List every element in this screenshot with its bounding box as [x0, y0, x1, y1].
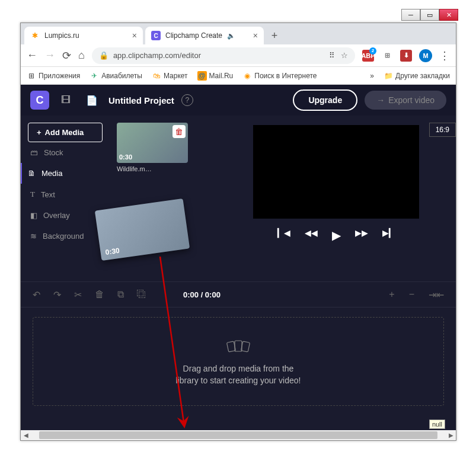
duplicate-button[interactable]: ⿻: [137, 289, 146, 300]
close-window-button[interactable]: ✕: [439, 9, 458, 21]
sidebar-item-media[interactable]: 🗎 Media: [21, 163, 103, 184]
url-text: app.clipchamp.com/editor: [113, 51, 201, 60]
bookmarks-bar: ⊞ Приложения ✈ Авиабилеты 🛍 Маркет @ Mai…: [21, 67, 456, 85]
cart-icon: 🛍: [152, 71, 161, 81]
skip-start-button[interactable]: ▎◀: [277, 228, 290, 242]
minimize-button[interactable]: ─: [401, 9, 420, 21]
stock-icon: 🗃: [30, 148, 38, 157]
menu-button[interactable]: ⋮: [439, 49, 450, 62]
dropzone-text-2: library to start creating your video!: [176, 376, 301, 385]
bookmark-mailru[interactable]: @ Mail.Ru: [197, 71, 234, 81]
home-button[interactable]: ⌂: [78, 49, 85, 62]
overlay-icon: ◧: [30, 211, 37, 220]
playback-controls: ▎◀ ◀◀ ▶ ▶▶ ▶▎: [223, 228, 449, 242]
sidebar-item-text[interactable]: T Text: [28, 184, 103, 205]
back-button[interactable]: ←: [27, 49, 37, 62]
tab-label: Lumpics.ru: [44, 31, 79, 40]
timeline-toolbar: ↶ ↷ ✂ 🗑 ⧉ ⿻ 0:00 / 0:00 + − ⇥⇤: [21, 281, 456, 308]
bookmark-flights[interactable]: ✈ Авиабилеты: [90, 71, 142, 81]
scroll-thumb[interactable]: [39, 431, 437, 439]
horizontal-scrollbar[interactable]: ◀ ▶: [21, 430, 456, 440]
new-tab-button[interactable]: +: [266, 27, 283, 44]
plus-icon: +: [37, 128, 41, 137]
timeline-dropzone[interactable]: Drag and drop media from the library to …: [33, 317, 444, 406]
tab-clipchamp[interactable]: C Clipchamp Create 🔈 ×: [145, 27, 264, 44]
adblock-extension[interactable]: ABP: [362, 50, 374, 62]
zoom-in-button[interactable]: +: [389, 289, 394, 300]
help-button[interactable]: ?: [181, 94, 193, 106]
media-icon: 🗎: [28, 169, 36, 178]
media-filename: Wildlife.m…: [117, 165, 209, 172]
plane-icon: ✈: [90, 71, 99, 81]
duration-label: 0:30: [119, 153, 132, 161]
favicon-icon: C: [151, 31, 161, 40]
translate-icon[interactable]: ⠿: [329, 51, 335, 60]
app-header: C 🎞 📄 Untitled Project ? Upgrade → Expor…: [21, 85, 456, 116]
media-library: 🗑 0:30 Wildlife.m… 0:30: [110, 116, 216, 281]
delete-button[interactable]: 🗑: [95, 289, 104, 300]
svg-rect-0: [226, 341, 235, 351]
copy-button[interactable]: ⧉: [117, 289, 124, 300]
close-tab-icon[interactable]: ×: [132, 31, 137, 40]
delete-media-button[interactable]: 🗑: [172, 125, 186, 138]
bookmarks-overflow[interactable]: »: [370, 72, 374, 80]
bookmark-market[interactable]: 🛍 Маркет: [152, 71, 188, 81]
lock-icon: 🔒: [99, 51, 108, 60]
document-icon[interactable]: 📄: [82, 91, 101, 110]
scroll-left-button[interactable]: ◀: [21, 430, 31, 440]
profile-avatar[interactable]: M: [419, 49, 432, 62]
close-tab-icon[interactable]: ×: [253, 31, 258, 40]
redo-button[interactable]: ↷: [53, 289, 61, 300]
star-icon[interactable]: ☆: [341, 51, 348, 60]
media-cards-icon: [226, 338, 250, 357]
rewind-button[interactable]: ◀◀: [305, 228, 318, 242]
duration-label: 0:30: [105, 246, 120, 257]
mail-icon: @: [197, 71, 207, 81]
svg-rect-2: [241, 341, 250, 351]
scroll-right-button[interactable]: ▶: [446, 430, 456, 440]
fit-button[interactable]: ⇥⇤: [429, 289, 444, 300]
browser-tabs: ✱ Lumpics.ru × C Clipchamp Create 🔈 × +: [21, 23, 456, 44]
other-bookmarks[interactable]: 📁 Другие закладки: [384, 71, 450, 81]
null-tooltip: null: [429, 419, 445, 429]
forward-button[interactable]: ▶▶: [355, 228, 368, 242]
layers-icon: ≋: [30, 232, 37, 241]
clipchamp-logo[interactable]: C: [30, 91, 49, 110]
browser-toolbar: ← → ⟳ ⌂ 🔒 app.clipchamp.com/editor ⠿ ☆ A…: [21, 44, 456, 67]
project-title[interactable]: Untitled Project: [108, 95, 174, 105]
cut-button[interactable]: ✂: [74, 289, 82, 300]
sidebar-item-overlay[interactable]: ◧ Overlay: [28, 205, 103, 226]
maximize-button[interactable]: ▭: [420, 9, 439, 21]
add-media-button[interactable]: + Add Media: [28, 123, 103, 142]
apps-bookmark[interactable]: ⊞ Приложения: [27, 71, 80, 81]
bookmark-search[interactable]: ◉ Поиск в Интернете: [242, 71, 317, 81]
dropzone-text-1: Drag and drop media from the: [183, 364, 294, 373]
sidebar: + Add Media 🗃 Stock 🗎 Media T Text ◧: [21, 116, 110, 281]
text-icon: T: [30, 190, 35, 199]
sidebar-item-stock[interactable]: 🗃 Stock: [28, 142, 103, 163]
tab-label: Clipchamp Create: [165, 31, 222, 40]
scroll-track[interactable]: [31, 430, 446, 440]
undo-button[interactable]: ↶: [33, 289, 40, 300]
preview-panel: 16:9 ▎◀ ◀◀ ▶ ▶▶ ▶▎: [216, 116, 456, 281]
pdf-extension[interactable]: ⬇: [400, 50, 412, 62]
forward-button[interactable]: →: [44, 49, 55, 62]
extension-icon[interactable]: ⊞: [381, 50, 393, 62]
aspect-ratio-button[interactable]: 16:9: [429, 123, 456, 137]
tab-lumpics[interactable]: ✱ Lumpics.ru ×: [24, 27, 143, 44]
media-thumbnail[interactable]: 🗑 0:30: [117, 123, 188, 163]
favicon-icon: ✱: [30, 31, 40, 40]
export-button[interactable]: → Export video: [365, 91, 446, 110]
video-preview[interactable]: [253, 125, 419, 219]
clipchamp-app: C 🎞 📄 Untitled Project ? Upgrade → Expor…: [21, 85, 456, 430]
sidebar-item-background[interactable]: ≋ Background: [28, 226, 103, 246]
film-icon[interactable]: 🎞: [56, 91, 75, 110]
folder-icon: 📁: [384, 71, 393, 81]
skip-end-button[interactable]: ▶▎: [382, 228, 395, 242]
address-bar[interactable]: 🔒 app.clipchamp.com/editor ⠿ ☆: [92, 47, 355, 64]
upgrade-button[interactable]: Upgrade: [293, 89, 357, 111]
sound-icon[interactable]: 🔈: [227, 32, 235, 40]
play-button[interactable]: ▶: [332, 228, 341, 242]
zoom-out-button[interactable]: −: [409, 289, 414, 300]
reload-button[interactable]: ⟳: [62, 49, 71, 62]
